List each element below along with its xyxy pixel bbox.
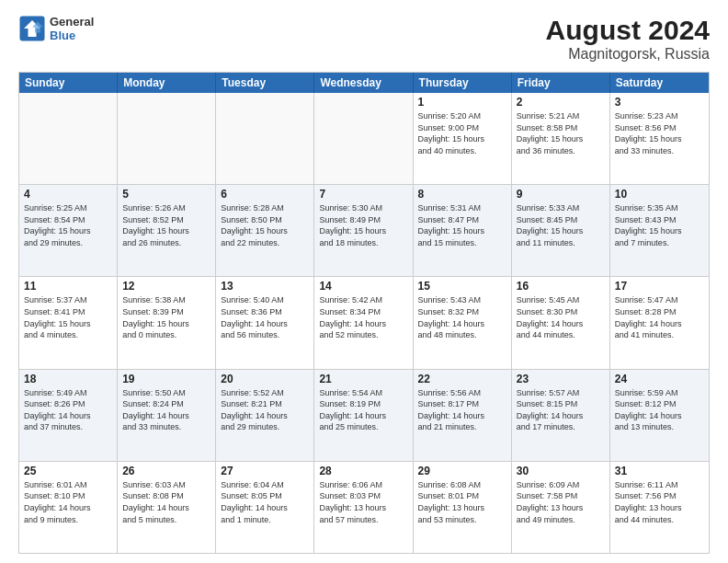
day-number: 26 (122, 465, 210, 477)
header-cell-sunday: Sunday (19, 73, 118, 93)
day-info: Sunrise: 6:09 AM Sunset: 7:58 PM Dayligh… (517, 479, 605, 525)
day-info: Sunrise: 6:11 AM Sunset: 7:56 PM Dayligh… (615, 479, 704, 525)
day-number: 7 (319, 188, 407, 201)
logo-line2: Blue (50, 29, 94, 42)
calendar-cell: 9Sunrise: 5:33 AM Sunset: 8:45 PM Daylig… (512, 185, 610, 276)
day-info: Sunrise: 6:01 AM Sunset: 8:10 PM Dayligh… (24, 479, 112, 525)
day-info: Sunrise: 5:49 AM Sunset: 8:26 PM Dayligh… (24, 387, 112, 433)
calendar-cell: 16Sunrise: 5:45 AM Sunset: 8:30 PM Dayli… (512, 277, 610, 368)
day-number: 19 (122, 373, 210, 385)
day-info: Sunrise: 5:33 AM Sunset: 8:45 PM Dayligh… (517, 202, 605, 248)
calendar-cell: 6Sunrise: 5:28 AM Sunset: 8:50 PM Daylig… (216, 185, 314, 276)
day-info: Sunrise: 5:47 AM Sunset: 8:28 PM Dayligh… (615, 294, 704, 340)
day-info: Sunrise: 5:56 AM Sunset: 8:17 PM Dayligh… (418, 387, 506, 433)
calendar-row-0: 1Sunrise: 5:20 AM Sunset: 9:00 PM Daylig… (19, 93, 709, 184)
day-info: Sunrise: 5:57 AM Sunset: 8:15 PM Dayligh… (517, 387, 605, 433)
day-number: 6 (221, 188, 309, 201)
calendar-cell: 18Sunrise: 5:49 AM Sunset: 8:26 PM Dayli… (19, 370, 118, 461)
logo-text: General Blue (50, 15, 94, 42)
calendar-cell: 4Sunrise: 5:25 AM Sunset: 8:54 PM Daylig… (19, 185, 118, 276)
header-cell-saturday: Saturday (610, 73, 709, 93)
logo-icon (18, 15, 46, 42)
day-number: 24 (615, 373, 704, 385)
day-number: 18 (24, 373, 112, 385)
calendar: SundayMondayTuesdayWednesdayThursdayFrid… (18, 72, 710, 554)
day-number: 22 (418, 373, 506, 385)
calendar-cell: 21Sunrise: 5:54 AM Sunset: 8:19 PM Dayli… (314, 370, 413, 461)
calendar-cell: 31Sunrise: 6:11 AM Sunset: 7:56 PM Dayli… (610, 462, 709, 553)
calendar-cell: 14Sunrise: 5:42 AM Sunset: 8:34 PM Dayli… (314, 277, 413, 368)
day-info: Sunrise: 5:37 AM Sunset: 8:41 PM Dayligh… (24, 294, 112, 340)
day-info: Sunrise: 5:28 AM Sunset: 8:50 PM Dayligh… (221, 202, 309, 248)
calendar-cell: 29Sunrise: 6:08 AM Sunset: 8:01 PM Dayli… (414, 462, 512, 553)
day-number: 23 (517, 373, 605, 385)
calendar-cell: 1Sunrise: 5:20 AM Sunset: 9:00 PM Daylig… (414, 93, 512, 184)
day-info: Sunrise: 5:23 AM Sunset: 8:56 PM Dayligh… (615, 110, 704, 156)
day-info: Sunrise: 6:03 AM Sunset: 8:08 PM Dayligh… (122, 479, 210, 525)
day-number: 28 (319, 465, 407, 477)
day-info: Sunrise: 5:30 AM Sunset: 8:49 PM Dayligh… (319, 202, 407, 248)
day-number: 17 (615, 280, 704, 293)
calendar-cell: 30Sunrise: 6:09 AM Sunset: 7:58 PM Dayli… (512, 462, 610, 553)
header-cell-tuesday: Tuesday (216, 73, 314, 93)
calendar-cell: 23Sunrise: 5:57 AM Sunset: 8:15 PM Dayli… (512, 370, 610, 461)
day-info: Sunrise: 5:59 AM Sunset: 8:12 PM Dayligh… (615, 387, 704, 433)
calendar-cell: 24Sunrise: 5:59 AM Sunset: 8:12 PM Dayli… (610, 370, 709, 461)
calendar-cell: 15Sunrise: 5:43 AM Sunset: 8:32 PM Dayli… (414, 277, 512, 368)
day-number: 31 (615, 465, 704, 477)
calendar-row-4: 25Sunrise: 6:01 AM Sunset: 8:10 PM Dayli… (19, 461, 709, 553)
calendar-cell: 3Sunrise: 5:23 AM Sunset: 8:56 PM Daylig… (610, 93, 709, 184)
day-number: 21 (319, 373, 407, 385)
day-info: Sunrise: 6:08 AM Sunset: 8:01 PM Dayligh… (418, 479, 506, 525)
calendar-cell: 28Sunrise: 6:06 AM Sunset: 8:03 PM Dayli… (314, 462, 413, 553)
day-info: Sunrise: 6:06 AM Sunset: 8:03 PM Dayligh… (319, 479, 407, 525)
day-info: Sunrise: 5:52 AM Sunset: 8:21 PM Dayligh… (221, 387, 309, 433)
day-info: Sunrise: 5:31 AM Sunset: 8:47 PM Dayligh… (418, 202, 506, 248)
day-info: Sunrise: 5:38 AM Sunset: 8:39 PM Dayligh… (122, 294, 210, 340)
calendar-cell: 2Sunrise: 5:21 AM Sunset: 8:58 PM Daylig… (512, 93, 610, 184)
calendar-cell (19, 93, 118, 184)
calendar-cell: 17Sunrise: 5:47 AM Sunset: 8:28 PM Dayli… (610, 277, 709, 368)
calendar-cell (314, 93, 413, 184)
header-cell-monday: Monday (118, 73, 216, 93)
day-number: 3 (615, 96, 704, 109)
calendar-row-2: 11Sunrise: 5:37 AM Sunset: 8:41 PM Dayli… (19, 276, 709, 368)
calendar-body: 1Sunrise: 5:20 AM Sunset: 9:00 PM Daylig… (19, 93, 709, 553)
day-number: 14 (319, 280, 407, 293)
calendar-cell: 12Sunrise: 5:38 AM Sunset: 8:39 PM Dayli… (118, 277, 216, 368)
day-info: Sunrise: 5:26 AM Sunset: 8:52 PM Dayligh… (122, 202, 210, 248)
day-number: 1 (418, 96, 506, 109)
day-info: Sunrise: 5:54 AM Sunset: 8:19 PM Dayligh… (319, 387, 407, 433)
calendar-cell: 22Sunrise: 5:56 AM Sunset: 8:17 PM Dayli… (414, 370, 512, 461)
calendar-cell (216, 93, 314, 184)
calendar-cell (118, 93, 216, 184)
calendar-row-3: 18Sunrise: 5:49 AM Sunset: 8:26 PM Dayli… (19, 369, 709, 461)
calendar-cell: 13Sunrise: 5:40 AM Sunset: 8:36 PM Dayli… (216, 277, 314, 368)
day-number: 4 (24, 188, 112, 201)
header-cell-thursday: Thursday (414, 73, 512, 93)
page: General Blue August 2024 Magnitogorsk, R… (0, 0, 728, 563)
day-number: 13 (221, 280, 309, 293)
day-number: 11 (24, 280, 112, 293)
day-number: 25 (24, 465, 112, 477)
day-info: Sunrise: 6:04 AM Sunset: 8:05 PM Dayligh… (221, 479, 309, 525)
day-number: 5 (122, 188, 210, 201)
day-number: 16 (517, 280, 605, 293)
day-info: Sunrise: 5:25 AM Sunset: 8:54 PM Dayligh… (24, 202, 112, 248)
day-number: 30 (517, 465, 605, 477)
page-subtitle: Magnitogorsk, Russia (546, 46, 710, 63)
day-info: Sunrise: 5:35 AM Sunset: 8:43 PM Dayligh… (615, 202, 704, 248)
header-cell-friday: Friday (512, 73, 610, 93)
day-number: 12 (122, 280, 210, 293)
logo-line1: General (50, 15, 94, 29)
day-number: 27 (221, 465, 309, 477)
title-block: August 2024 Magnitogorsk, Russia (546, 15, 710, 63)
header-cell-wednesday: Wednesday (314, 73, 413, 93)
calendar-cell: 20Sunrise: 5:52 AM Sunset: 8:21 PM Dayli… (216, 370, 314, 461)
day-number: 9 (517, 188, 605, 201)
day-info: Sunrise: 5:43 AM Sunset: 8:32 PM Dayligh… (418, 294, 506, 340)
calendar-header: SundayMondayTuesdayWednesdayThursdayFrid… (19, 73, 709, 93)
calendar-cell: 8Sunrise: 5:31 AM Sunset: 8:47 PM Daylig… (414, 185, 512, 276)
calendar-cell: 7Sunrise: 5:30 AM Sunset: 8:49 PM Daylig… (314, 185, 413, 276)
day-info: Sunrise: 5:50 AM Sunset: 8:24 PM Dayligh… (122, 387, 210, 433)
